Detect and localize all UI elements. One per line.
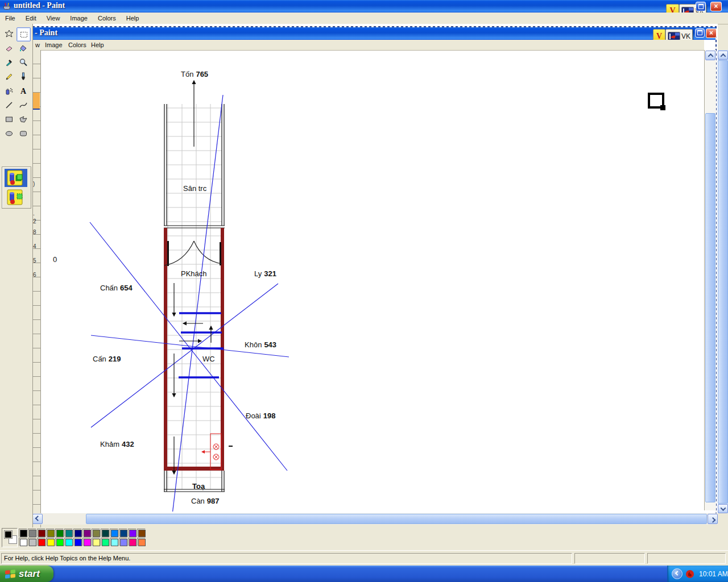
label-san-trc: Sân trc: [183, 184, 207, 193]
inner-vscrollbar: [704, 50, 716, 510]
palette-color[interactable]: [110, 538, 118, 546]
inner-scroll-up-button: [705, 51, 715, 60]
tray-app-icon[interactable]: [685, 569, 694, 579]
palette-color[interactable]: [92, 538, 100, 546]
palette-color[interactable]: [119, 538, 127, 546]
label-zero: 0: [53, 255, 57, 264]
v-scroll-thumb[interactable]: [718, 60, 728, 504]
palette-color[interactable]: [55, 538, 64, 546]
current-colors-widget[interactable]: [2, 528, 18, 547]
palette-color[interactable]: [101, 529, 109, 537]
h-scrollbar[interactable]: [32, 513, 718, 525]
palette-color[interactable]: [128, 529, 136, 537]
palette-color[interactable]: [101, 538, 109, 546]
paste-opaque-option[interactable]: [5, 169, 27, 187]
paste-transparent-option[interactable]: [5, 188, 27, 206]
rectangle-tool[interactable]: [2, 113, 15, 126]
status-pane-coords: [574, 553, 645, 564]
v-scrollbar[interactable]: [718, 50, 728, 513]
pencil-tool[interactable]: [2, 70, 15, 83]
close-button[interactable]: ×: [710, 2, 722, 11]
palette-color[interactable]: [119, 529, 127, 537]
scroll-left-button[interactable]: [32, 514, 43, 524]
palette-color[interactable]: [28, 538, 36, 546]
select-tool[interactable]: [16, 27, 31, 41]
palette-color[interactable]: [37, 538, 46, 546]
paint-app-icon: [2, 2, 11, 11]
clock[interactable]: 10:01 AM: [699, 570, 728, 578]
magnifier-tool[interactable]: [16, 56, 30, 69]
annotation-square: [649, 94, 665, 110]
taskbar: start eTừ Vi Lý Số - Mi...eGoogle - Micr…: [0, 566, 728, 582]
palette-color[interactable]: [28, 529, 36, 537]
maximize-restore-button[interactable]: [696, 2, 706, 11]
curve-tool[interactable]: [16, 98, 30, 111]
double-door: [164, 241, 222, 266]
fill-with-color-tool[interactable]: [16, 41, 30, 55]
palette-color[interactable]: [110, 529, 118, 537]
palette-color[interactable]: [92, 529, 100, 537]
ellipse-tool[interactable]: [2, 127, 15, 140]
palette-color[interactable]: [73, 538, 82, 546]
inner-menu-w[interactable]: w: [34, 40, 41, 51]
outer-window-title: untitled - Paint: [14, 1, 65, 10]
eraser-tool[interactable]: [2, 41, 15, 55]
palette-color[interactable]: [55, 529, 64, 537]
palette-color[interactable]: [37, 529, 46, 537]
palette-color[interactable]: [137, 529, 146, 537]
free-form-select-tool[interactable]: [2, 27, 15, 40]
scroll-up-button[interactable]: [718, 51, 728, 60]
palette-color[interactable]: [64, 529, 73, 537]
inner-vk-label: VK: [681, 32, 690, 40]
outer-menu-file[interactable]: File: [0, 13, 20, 24]
label-pkhach: PKhách: [181, 269, 207, 278]
palette-color[interactable]: [46, 529, 55, 537]
scroll-down-button[interactable]: [718, 504, 728, 513]
text-tool[interactable]: A: [16, 84, 30, 97]
outer-menu-image[interactable]: Image: [65, 13, 93, 24]
outer-menu-edit[interactable]: Edit: [20, 13, 42, 24]
svg-text:A: A: [20, 87, 26, 95]
palette-color[interactable]: [46, 538, 55, 546]
inner-menu-image[interactable]: Image: [44, 40, 64, 51]
inner-close-button: ×: [706, 28, 717, 38]
palette-area: [0, 527, 728, 550]
outer-menu-help[interactable]: Help: [121, 13, 144, 24]
inner-menubar: wImageColorsHelp: [32, 40, 704, 51]
palette-color[interactable]: [73, 529, 82, 537]
brush-tool[interactable]: [16, 70, 30, 83]
plan-grid: [166, 104, 222, 489]
scroll-right-button[interactable]: [708, 514, 718, 524]
airbrush-tool[interactable]: [2, 84, 15, 97]
start-button[interactable]: start: [0, 566, 53, 582]
line-tool[interactable]: [2, 98, 15, 111]
palette-color[interactable]: [19, 529, 27, 537]
desktop-screen: untitled - Paint V VK × FileEditViewImag…: [0, 0, 728, 582]
toolbox: A: [0, 24, 33, 527]
palette-color[interactable]: [128, 538, 136, 546]
palette-color[interactable]: [19, 538, 27, 546]
outer-menu-view[interactable]: View: [42, 13, 65, 24]
palette-color[interactable]: [82, 538, 91, 546]
label-ton: Tốn765: [181, 70, 208, 78]
floor-plan-drawing[interactable]: Tốn765 Sân trc PKhách Ly321 Chấn654 Khôn…: [32, 50, 704, 512]
hide-icons-chevron[interactable]: [672, 568, 682, 579]
outer-menu-colors[interactable]: Colors: [93, 13, 121, 24]
inner-window-title: - Paint: [35, 28, 57, 38]
label-doai: Đoài198: [246, 411, 275, 420]
tool-options-box: [2, 167, 31, 209]
pick-color-tool[interactable]: [2, 56, 15, 69]
rounded-rectangle-tool[interactable]: [16, 127, 30, 140]
inner-menu-help[interactable]: Help: [90, 40, 105, 51]
label-can: Cấn219: [93, 355, 121, 363]
polygon-tool[interactable]: [16, 113, 30, 126]
palette-color[interactable]: [64, 538, 73, 546]
label-khon: Khôn543: [245, 340, 276, 349]
status-bar: For Help, click Help Topics on the Help …: [0, 550, 728, 566]
palette-color[interactable]: [137, 538, 146, 546]
label-ly: Ly321: [254, 269, 276, 278]
label-chan: Chấn654: [100, 284, 133, 292]
h-scroll-thumb[interactable]: [86, 514, 707, 524]
palette-color[interactable]: [82, 529, 91, 537]
inner-menu-colors[interactable]: Colors: [67, 40, 88, 51]
